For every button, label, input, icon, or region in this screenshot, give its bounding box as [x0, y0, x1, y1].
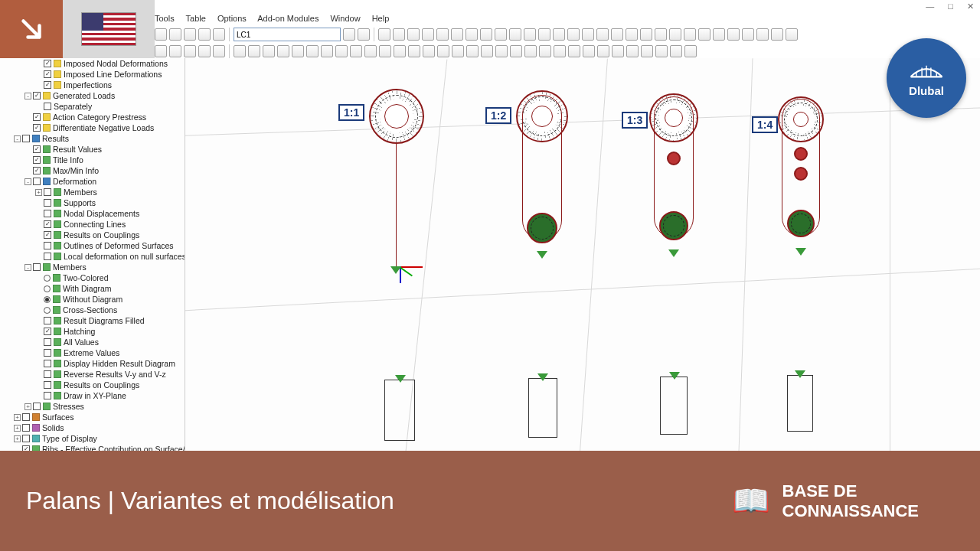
tree-item[interactable]: Supports	[0, 197, 185, 208]
checkbox[interactable]	[44, 242, 51, 249]
tree-item[interactable]: Without Diagram	[0, 294, 185, 305]
tree-item[interactable]: ✓Imposed Line Deformations	[0, 69, 185, 80]
tree-item[interactable]: ✓Title Info	[0, 155, 185, 165]
checkbox[interactable]	[33, 403, 41, 410]
checkbox[interactable]: ✓	[33, 113, 41, 121]
model-viewport[interactable]: 1:1 1:2 1:3 1:4	[185, 58, 980, 451]
color-swatch-icon	[43, 145, 51, 153]
tree-label: Members	[53, 262, 87, 272]
radio[interactable]	[44, 285, 51, 292]
maximize-button[interactable]: □	[948, 2, 953, 11]
tree-item[interactable]: -Results	[0, 133, 185, 144]
checkbox[interactable]	[44, 210, 51, 217]
tree-item[interactable]: ✓Connecting Lines	[0, 219, 185, 230]
banner-title: Palans | Variantes et modélisation	[26, 487, 732, 515]
lower-model	[787, 375, 813, 432]
tree-item[interactable]: ✓Ribs - Effective Contribution on Surfac…	[0, 444, 185, 451]
checkbox[interactable]: ✓	[44, 70, 51, 78]
checkbox[interactable]: ✓	[44, 220, 51, 228]
tree-label: Reverse Results V-y and V-z	[64, 370, 166, 379]
tree-item[interactable]: +Type of Display	[0, 433, 185, 444]
expand-toggle[interactable]: +	[14, 425, 21, 432]
tree-item[interactable]: ✓Result Values	[0, 144, 185, 155]
checkbox[interactable]	[22, 413, 30, 421]
close-button[interactable]: ✕	[967, 2, 974, 11]
checkbox[interactable]	[44, 317, 51, 324]
checkbox[interactable]	[44, 253, 51, 260]
tree-item[interactable]: -Members	[0, 262, 185, 272]
tree-item[interactable]: ✓Imperfections	[0, 80, 185, 90]
tree-item[interactable]: Reverse Results V-y and V-z	[0, 369, 185, 380]
tree-item[interactable]: -✓Generated Loads	[0, 90, 185, 101]
checkbox[interactable]	[22, 135, 30, 142]
checkbox[interactable]	[44, 199, 51, 207]
expand-toggle[interactable]: +	[35, 189, 42, 196]
tree-item[interactable]: Local deformation on null surfaces	[0, 251, 185, 262]
tree-item[interactable]: ✓Max/Min Info	[0, 165, 185, 176]
color-swatch-icon	[43, 113, 51, 121]
tree-item[interactable]: Two-Colored	[0, 272, 185, 283]
expand-toggle[interactable]: +	[14, 435, 21, 442]
tree-item[interactable]: ✓Imposed Nodal Deformations	[0, 58, 185, 69]
tree-item[interactable]: Nodal Displacements	[0, 208, 185, 219]
tree-item[interactable]: -Deformation	[0, 176, 185, 187]
tree-item[interactable]: +Solids	[0, 422, 185, 433]
radio[interactable]	[44, 307, 51, 314]
checkbox[interactable]: ✓	[44, 81, 51, 89]
checkbox[interactable]: ✓	[33, 124, 41, 132]
checkbox[interactable]	[44, 360, 51, 367]
support-icon	[537, 373, 548, 381]
expand-toggle[interactable]: -	[24, 178, 31, 185]
checkbox[interactable]: ✓	[33, 92, 41, 99]
checkbox[interactable]: ✓	[33, 167, 41, 174]
checkbox[interactable]	[44, 349, 51, 357]
tree-item[interactable]: Draw in XY-Plane	[0, 390, 185, 401]
color-swatch-icon	[43, 178, 51, 185]
tree-item[interactable]: ✓Results on Couplings	[0, 230, 185, 240]
checkbox[interactable]	[22, 435, 30, 442]
tree-item[interactable]: All Values	[0, 337, 185, 347]
tree-item[interactable]: Extreme Values	[0, 347, 185, 358]
checkbox[interactable]: ✓	[33, 156, 41, 164]
checkbox[interactable]	[44, 392, 51, 399]
tree-item[interactable]: Result Diagrams Filled	[0, 315, 185, 326]
tree-item[interactable]: +Surfaces	[0, 412, 185, 422]
language-flag[interactable]	[63, 0, 155, 58]
checkbox[interactable]: ✓	[44, 328, 51, 335]
radio[interactable]	[44, 275, 51, 282]
checkbox[interactable]	[44, 338, 51, 346]
tree-item[interactable]: Results on Couplings	[0, 380, 185, 390]
expand-toggle[interactable]: +	[24, 403, 31, 410]
radio[interactable]	[44, 296, 51, 303]
checkbox[interactable]	[33, 178, 41, 185]
checkbox[interactable]: ✓	[33, 145, 41, 153]
checkbox[interactable]: ✓	[22, 445, 30, 451]
tree-item[interactable]: ✓Action Category Prestress	[0, 112, 185, 122]
tree-item[interactable]: +Stresses	[0, 401, 185, 412]
checkbox[interactable]	[44, 370, 51, 378]
tree-item[interactable]: Display Hidden Result Diagram	[0, 358, 185, 369]
checkbox[interactable]: ✓	[44, 60, 51, 67]
expand-toggle[interactable]: -	[14, 135, 21, 142]
color-swatch-icon	[32, 435, 40, 442]
checkbox[interactable]	[44, 188, 51, 196]
tree-item[interactable]: +Members	[0, 187, 185, 197]
tree-item[interactable]: Separately	[0, 101, 185, 112]
expand-toggle[interactable]: -	[24, 264, 31, 271]
checkbox[interactable]	[33, 263, 41, 271]
dot-grid	[185, 58, 980, 451]
tree-item[interactable]: With Diagram	[0, 283, 185, 294]
tree-item[interactable]: Cross-Sections	[0, 305, 185, 315]
tree-item[interactable]: ✓Differentiate Negative Loads	[0, 122, 185, 133]
minimize-button[interactable]: —	[926, 2, 934, 11]
ratio-label-4: 1:4	[752, 116, 778, 133]
checkbox[interactable]	[44, 103, 51, 110]
tree-item[interactable]: Outlines of Deformed Surfaces	[0, 240, 185, 251]
checkbox[interactable]: ✓	[44, 231, 51, 239]
checkbox[interactable]	[22, 424, 30, 432]
checkbox[interactable]	[44, 381, 51, 389]
tree-item[interactable]: ✓Hatching	[0, 326, 185, 337]
expand-toggle[interactable]: +	[14, 414, 21, 421]
navigator-tree[interactable]: ✓Imposed Nodal Deformations✓Imposed Line…	[0, 58, 185, 451]
expand-toggle[interactable]: -	[24, 93, 31, 99]
